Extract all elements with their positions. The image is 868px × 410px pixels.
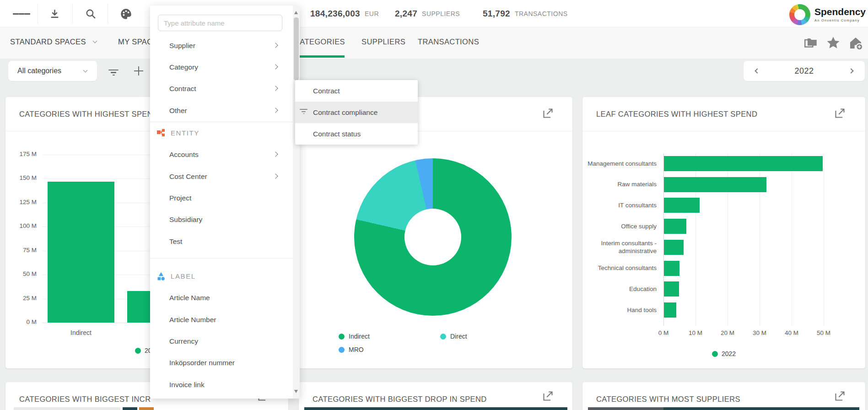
stat-suppliers: 2,247 SUPPLIERS <box>395 0 460 27</box>
divider <box>72 4 73 24</box>
card-header: CATEGORIES WITH BIGGEST DROP IN SPEND <box>299 382 572 410</box>
bar-technical-consultants[interactable] <box>664 261 679 276</box>
menu-item-category[interactable]: Category <box>150 56 293 78</box>
legend-label: MRO <box>349 346 364 353</box>
category-label: IT consultants <box>582 195 660 216</box>
scrollbar-thumb[interactable] <box>294 17 299 81</box>
menu-item-label: Accounts <box>169 151 199 159</box>
menu-item-label: Subsidiary <box>169 216 202 224</box>
standard-spaces-menu[interactable]: STANDARD SPACES <box>10 27 97 56</box>
palette-icon[interactable] <box>117 0 135 27</box>
stat-label: TRANSACTIONS <box>515 10 568 17</box>
menu-item-article-name[interactable]: Article Name <box>150 287 293 309</box>
folders-icon[interactable] <box>803 27 819 59</box>
bar-education[interactable] <box>664 281 679 297</box>
chart-fragment <box>663 407 859 410</box>
chevron-right-icon <box>273 173 278 178</box>
add-dashboard-icon[interactable] <box>847 27 864 59</box>
legend-label: Indirect <box>349 333 370 340</box>
bar-office-supply[interactable] <box>664 219 686 234</box>
org-chart-icon <box>156 129 166 138</box>
chart-fragment <box>14 407 120 410</box>
menu-item-supplier[interactable]: Supplier <box>150 35 293 56</box>
x-axis-tick: 20 M <box>721 329 734 336</box>
legend-dot <box>339 334 345 340</box>
stat-value: 2,247 <box>395 9 417 19</box>
submenu-item-contract-compliance[interactable]: Contract compliance <box>295 102 418 123</box>
tab-label: SUPPLIERS <box>361 38 405 46</box>
menu-item-accounts[interactable]: Accounts <box>150 144 293 166</box>
open-external-icon[interactable] <box>542 107 554 119</box>
previous-year-button[interactable] <box>755 68 760 73</box>
chevron-right-icon <box>273 152 278 157</box>
submenu-item-contract[interactable]: Contract <box>295 80 418 102</box>
menu-item-project[interactable]: Project <box>150 187 293 209</box>
menu-item-subsidiary[interactable]: Subsidiary <box>150 209 293 231</box>
open-external-icon[interactable] <box>834 107 846 119</box>
bar-management-consultants[interactable] <box>664 156 823 171</box>
card-title: CATEGORIES WITH BIGGEST INCR <box>19 395 151 404</box>
tab-categories[interactable]: CATEGORIES <box>294 27 345 56</box>
download-icon[interactable] <box>46 0 63 27</box>
chevron-down-icon <box>92 38 97 43</box>
submenu-item-contract-status[interactable]: Contract status <box>295 123 418 145</box>
bar-raw-materials[interactable] <box>664 177 766 192</box>
legend-item-indirect: Indirect <box>339 333 370 340</box>
menu-divider <box>150 258 293 259</box>
menu-item-invoice-link[interactable]: Invoice link <box>150 374 293 395</box>
category-filter-select[interactable]: All categories <box>8 61 97 81</box>
chevron-down-icon <box>83 68 88 72</box>
card-title: LEAF CATEGORIES WITH HIGHEST SPEND <box>596 110 757 119</box>
menu-item-label: Article Name <box>169 294 210 302</box>
category-label: Management consultants <box>582 153 660 174</box>
bar-interim-consultants-administrative[interactable] <box>664 240 684 255</box>
open-external-icon[interactable] <box>834 390 846 402</box>
menu-item-label: Currency <box>169 337 198 345</box>
menu-item-ink-psorder-nummer[interactable]: Inköpsorder nummer <box>150 352 293 374</box>
tab-suppliers[interactable]: SUPPLIERS <box>361 27 405 56</box>
menu-item-contract[interactable]: Contract <box>150 78 293 100</box>
menu-item-article-number[interactable]: Article Number <box>150 309 293 330</box>
chart-fragment <box>123 407 137 410</box>
category-label: Raw materials <box>582 174 660 195</box>
card-title: CATEGORIES WITH MOST SUPPLIERS <box>596 395 740 404</box>
open-external-icon[interactable] <box>542 390 554 402</box>
legend-dot <box>712 351 718 357</box>
chevron-right-icon <box>273 86 278 91</box>
x-axis-tick: 30 M <box>753 329 766 336</box>
divider <box>38 4 38 24</box>
menu-item-currency[interactable]: Currency <box>150 330 293 352</box>
star-icon[interactable] <box>825 27 841 59</box>
section-header-label: LABEL <box>171 272 196 280</box>
menu-item-other[interactable]: Other <box>150 100 293 121</box>
menu-item-cost-center[interactable]: Cost Center <box>150 166 293 187</box>
year-value: 2022 <box>794 66 814 76</box>
donut-chart[interactable] <box>354 158 512 316</box>
menu-item-label: Category <box>169 63 198 71</box>
add-filter-button[interactable] <box>134 66 143 76</box>
gridline <box>824 153 824 326</box>
bar-hand-tools[interactable] <box>664 302 676 318</box>
tab-transactions[interactable]: TRANSACTIONS <box>418 27 479 56</box>
menu-item-test[interactable]: Test <box>150 231 293 252</box>
card-header: CATEGORIES WITH MOST SUPPLIERS <box>582 382 865 410</box>
legend-item-direct: Direct <box>440 333 467 340</box>
next-year-button[interactable] <box>848 68 853 73</box>
submenu-item-label: Contract status <box>313 130 361 138</box>
chevron-right-icon <box>273 108 278 113</box>
legend-item-mro: MRO <box>339 346 364 353</box>
spendency-dashboard: 184,236,003 EUR 2,247 SUPPLIERS 51,792 T… <box>0 0 868 410</box>
filter-icon[interactable] <box>108 68 119 77</box>
stat-transactions: 51,792 TRANSACTIONS <box>483 0 568 27</box>
bar-Indirect[interactable] <box>48 182 114 323</box>
bar-it-consultants[interactable] <box>664 198 700 213</box>
menu-section-header-entity: ENTITY <box>150 122 300 144</box>
gridline <box>792 153 792 326</box>
search-icon[interactable] <box>81 0 100 27</box>
scroll-down-icon[interactable] <box>294 390 298 393</box>
scroll-up-icon[interactable] <box>294 11 298 14</box>
card-leaf-categories: LEAF CATEGORIES WITH HIGHEST SPEND 0 M10… <box>582 97 865 368</box>
menu-icon[interactable] <box>13 0 30 27</box>
attribute-search-input[interactable] <box>158 15 282 31</box>
chevron-right-icon <box>273 64 278 69</box>
